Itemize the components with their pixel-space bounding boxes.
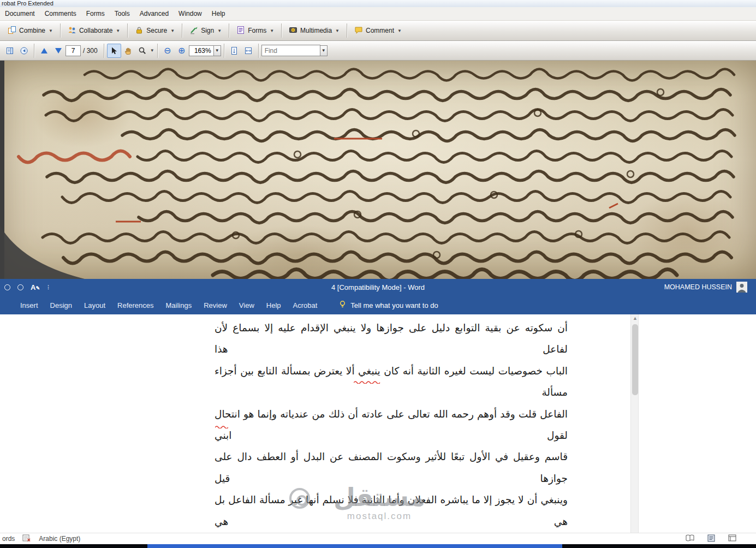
vertical-scrollbar[interactable]: ▲ xyxy=(630,314,639,533)
scrollbar-thumb[interactable] xyxy=(632,324,638,395)
select-tool-button[interactable] xyxy=(107,44,121,58)
toolbar-separator xyxy=(127,23,128,38)
word-ribbon-tabs: InsertDesignLayoutReferencesMailingsRevi… xyxy=(0,296,756,314)
document-line: وينبغي أن لا يجوز إلا ما يباشره الفعلان … xyxy=(215,489,568,532)
pdf-manuscript-page xyxy=(0,61,756,279)
previous-view-button[interactable] xyxy=(17,44,31,58)
menu-item[interactable]: Advanced xyxy=(135,8,174,20)
sign-button[interactable]: Sign▼ xyxy=(185,23,226,39)
next-page-button[interactable] xyxy=(51,44,66,58)
comment-button[interactable]: Comment▼ xyxy=(350,23,406,39)
find-dropdown-button[interactable]: ▼ xyxy=(320,45,328,56)
pages-panel-button[interactable] xyxy=(3,44,17,58)
document-line: أن سكوته عن بقية التوابع دليل على جوازها… xyxy=(215,317,568,360)
arrow-down-icon xyxy=(55,48,62,53)
toolbar-separator xyxy=(347,23,347,38)
arrow-up-icon xyxy=(41,48,47,53)
toolbar-separator xyxy=(182,23,182,38)
multimedia-button[interactable]: Multimedia▼ xyxy=(284,23,344,39)
chevron-down-icon: ▼ xyxy=(217,28,222,33)
chevron-down-icon: ▼ xyxy=(270,28,274,33)
form-icon xyxy=(236,26,245,36)
chevron-down-icon: ▼ xyxy=(397,28,402,33)
acrobat-toolbar-main: Combine▼ Collaborate▼ Secure▼ Sign▼ Form… xyxy=(0,21,756,41)
taskbar-active-segment[interactable] xyxy=(147,544,562,548)
ribbon-tab[interactable]: References xyxy=(111,296,159,314)
menu-item[interactable]: Document xyxy=(0,8,40,20)
document-line: الفاعل قلت وقد أوهم رحمه الله تعالى على … xyxy=(215,403,568,446)
word-document-area[interactable]: أن سكوته عن بقية التوابع دليل على جوازها… xyxy=(0,314,756,533)
tell-me-box[interactable]: Tell me what you want to do xyxy=(338,300,438,310)
word-window: A✎ ᎒ 4 [Compatibility Mode] - Word MOHAM… xyxy=(0,279,756,548)
hand-tool-button[interactable] xyxy=(121,44,135,58)
ribbon-tab[interactable]: Help xyxy=(260,296,287,314)
avatar[interactable] xyxy=(736,282,747,293)
menu-item[interactable]: Window xyxy=(174,8,207,20)
word-count-label[interactable]: ords xyxy=(2,535,15,543)
toolbar-separator xyxy=(60,23,61,38)
chevron-down-icon: ▼ xyxy=(170,28,175,33)
zoom-dropdown-button[interactable]: ▼ xyxy=(214,45,221,56)
document-line: قاسم وعقيل في الأول تبعًا للأثير وسكوت ا… xyxy=(215,446,568,489)
language-label[interactable]: Arabic (Egypt) xyxy=(39,535,80,543)
chevron-down-icon: ▼ xyxy=(116,28,120,33)
scrolling-mode-button[interactable] xyxy=(227,44,241,58)
combine-button[interactable]: Combine▼ xyxy=(3,23,57,39)
toolbar-separator xyxy=(157,44,158,58)
statusbar-left: ords Arabic (Egypt) xyxy=(0,534,80,544)
secure-button[interactable]: Secure▼ xyxy=(130,23,179,39)
ribbon-tab[interactable]: Mailings xyxy=(160,296,198,314)
print-layout-icon[interactable] xyxy=(707,534,715,544)
collaborate-icon xyxy=(68,26,76,36)
ribbon-tab[interactable]: Review xyxy=(198,296,233,314)
manuscript-calligraphy xyxy=(0,61,756,279)
toolbar-separator xyxy=(224,44,224,58)
page-number-input[interactable] xyxy=(66,45,81,56)
zoom-level-input[interactable] xyxy=(189,45,214,56)
toolbar-separator xyxy=(281,23,282,38)
previous-page-button[interactable] xyxy=(37,44,51,58)
proofing-status-icon[interactable] xyxy=(22,534,31,544)
acrobat-menubar: DocumentCommentsFormsToolsAdvancedWindow… xyxy=(0,7,756,21)
minus-circle-icon: ⊖ xyxy=(164,46,171,55)
forms-button[interactable]: Forms▼ xyxy=(232,23,278,39)
scroll-up-icon[interactable]: ▲ xyxy=(633,315,638,321)
lock-icon xyxy=(135,26,144,36)
menu-item[interactable]: Forms xyxy=(81,8,110,20)
ribbon-tab[interactable]: View xyxy=(233,296,260,314)
ribbon-tab[interactable]: Layout xyxy=(78,296,111,314)
account-name[interactable]: MOHAMED HUSSEIN xyxy=(664,279,732,296)
ribbon-tab-strip: InsertDesignLayoutReferencesMailingsRevi… xyxy=(14,296,323,314)
chevron-down-icon[interactable]: ▼ xyxy=(150,48,154,53)
zoom-out-button[interactable]: ⊖ xyxy=(160,44,175,58)
menu-item[interactable]: Tools xyxy=(110,8,135,20)
ribbon-tab[interactable]: Acrobat xyxy=(287,296,324,314)
toolbar-separator xyxy=(104,44,104,58)
document-paragraph: أن سكوته عن بقية التوابع دليل على جوازها… xyxy=(215,317,568,533)
find-input[interactable] xyxy=(261,45,320,56)
acrobat-toolbar-nav: / 300 ▼ ⊖ ⊕ ▼ ▼ xyxy=(0,41,756,61)
chevron-down-icon: ▼ xyxy=(335,28,340,33)
page-total-label: / 300 xyxy=(83,47,98,55)
read-mode-icon[interactable] xyxy=(686,534,694,543)
zoom-marquee-tool-button[interactable] xyxy=(135,44,150,58)
zoom-in-button[interactable]: ⊕ xyxy=(175,44,189,58)
plus-circle-icon: ⊕ xyxy=(178,46,185,55)
fit-width-button[interactable] xyxy=(241,44,255,58)
chevron-down-icon: ▼ xyxy=(49,28,53,33)
collaborate-button[interactable]: Collaborate▼ xyxy=(63,23,124,39)
document-line: الباب خصوصيات ليست لغيره الثانية أنه كان… xyxy=(215,360,568,403)
menu-item[interactable]: Help xyxy=(207,8,230,20)
pen-icon xyxy=(189,26,198,36)
screen: { "acrobat": { "window_title": "robat Pr… xyxy=(0,0,756,548)
word-statusbar: ords Arabic (Egypt) xyxy=(0,533,756,544)
ribbon-tab[interactable]: Insert xyxy=(14,296,44,314)
menu-item[interactable]: Comments xyxy=(40,8,81,20)
combine-icon xyxy=(8,26,16,36)
taskbar-strip xyxy=(0,544,756,548)
ribbon-tab[interactable]: Design xyxy=(44,296,78,314)
lightbulb-icon xyxy=(338,300,347,310)
web-layout-icon[interactable] xyxy=(728,534,736,543)
document-line: فكما أن من أحكامه أن يعرف وقد ينكر فكذا … xyxy=(215,532,568,533)
acrobat-window-title: robat Pro Extended xyxy=(2,0,53,7)
